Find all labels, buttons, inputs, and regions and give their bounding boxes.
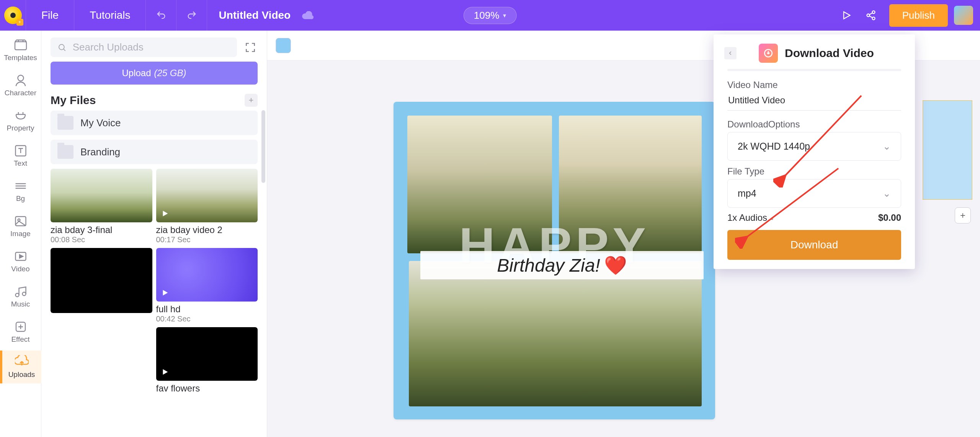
upload-item[interactable]: [51, 169, 152, 222]
rail-video[interactable]: Video: [0, 245, 41, 278]
preview-button[interactable]: [834, 0, 859, 31]
rail-property[interactable]: Property: [0, 104, 41, 137]
chevron-down-icon: ▾: [503, 12, 506, 19]
canvas-stage[interactable]: HAPPY Birthday Zia! ❤️: [394, 102, 715, 419]
rail-text[interactable]: Text: [0, 139, 41, 172]
uploads-panel: Upload (25 GB) My Files + My Voice Brand…: [41, 31, 267, 437]
rail-uploads[interactable]: Uploads: [0, 351, 41, 383]
video-name-input[interactable]: Untitled Video: [727, 93, 901, 111]
upload-item[interactable]: [156, 327, 258, 381]
canvas-label[interactable]: Birthday Zia! ❤️: [420, 251, 704, 279]
chevron-down-icon: ⌄: [769, 214, 774, 222]
search-icon: [57, 42, 67, 52]
search-input-wrap[interactable]: [51, 38, 237, 57]
project-title[interactable]: Untitled Video: [207, 9, 302, 21]
play-icon: [161, 368, 169, 376]
play-icon: [161, 209, 169, 218]
chevron-down-icon: ⌄: [883, 141, 891, 152]
folder-icon: [57, 145, 74, 159]
heart-icon: ❤️: [604, 254, 627, 276]
share-button[interactable]: [859, 0, 883, 31]
zoom-dropdown[interactable]: 109% ▾: [464, 7, 517, 24]
section-title: My Files: [51, 94, 96, 107]
tool-rail: Templates Character Property Text Bg Ima…: [0, 31, 41, 437]
rail-music[interactable]: Music: [0, 280, 41, 313]
svg-point-2: [867, 14, 869, 17]
folder-branding[interactable]: Branding: [51, 140, 258, 164]
download-button[interactable]: Download: [727, 230, 901, 260]
scrollbar[interactable]: [261, 110, 265, 183]
undo-button[interactable]: [146, 0, 176, 31]
upload-button[interactable]: Upload (25 GB): [51, 62, 258, 85]
user-avatar[interactable]: [954, 6, 973, 25]
progress-bar: [727, 69, 901, 71]
top-bar: + File Tutorials Untitled Video 109% ▾ P…: [0, 0, 980, 31]
slide-thumbnail[interactable]: [923, 100, 972, 200]
download-options-label: DownloadOptions: [727, 119, 901, 130]
modal-back-button[interactable]: [724, 47, 737, 59]
svg-marker-17: [163, 369, 168, 375]
folder-icon: [57, 116, 74, 130]
file-type-select[interactable]: mp4 ⌄: [727, 179, 901, 208]
download-options-select[interactable]: 2k WQHD 1440p ⌄: [727, 132, 901, 161]
upload-item[interactable]: [156, 248, 258, 302]
rail-effect[interactable]: Effect: [0, 315, 41, 348]
rail-character[interactable]: Character: [0, 69, 41, 102]
tutorials-menu[interactable]: Tutorials: [74, 0, 146, 31]
cloud-sync-icon: [302, 11, 314, 20]
audios-toggle[interactable]: 1x Audios ⌄: [727, 212, 774, 223]
video-name-label: Video Name: [727, 80, 901, 90]
svg-point-11: [15, 294, 19, 297]
svg-point-14: [59, 44, 64, 50]
upload-item[interactable]: [51, 248, 152, 313]
upload-item[interactable]: [156, 169, 258, 222]
file-type-label: File Type: [727, 166, 901, 177]
price-value: $0.00: [878, 212, 901, 223]
svg-point-3: [872, 17, 875, 20]
canvas-image[interactable]: [409, 261, 702, 406]
svg-marker-10: [20, 255, 23, 258]
svg-marker-15: [163, 211, 168, 217]
svg-point-5: [18, 75, 23, 81]
svg-rect-4: [15, 42, 26, 50]
svg-point-12: [22, 292, 26, 296]
play-icon: [161, 289, 169, 297]
svg-marker-0: [844, 12, 850, 19]
add-slide-button[interactable]: +: [955, 207, 971, 223]
zoom-value: 109%: [474, 10, 500, 21]
file-menu[interactable]: File: [26, 0, 74, 31]
redo-button[interactable]: [176, 0, 207, 31]
background-color-swatch[interactable]: [276, 38, 291, 53]
svg-point-1: [872, 11, 875, 13]
svg-marker-16: [163, 290, 168, 296]
chevron-down-icon: ⌄: [883, 188, 891, 199]
download-icon: [759, 44, 778, 63]
folder-my-voice[interactable]: My Voice: [51, 111, 258, 135]
search-input[interactable]: [73, 41, 230, 53]
add-folder-button[interactable]: +: [245, 94, 258, 107]
rail-templates[interactable]: Templates: [0, 34, 41, 67]
app-logo[interactable]: +: [0, 0, 26, 31]
download-video-modal: Download Video Video Name Untitled Video…: [714, 34, 915, 269]
rail-bg[interactable]: Bg: [0, 174, 41, 207]
modal-title: Download Video: [785, 47, 874, 60]
expand-panel-button[interactable]: [243, 40, 258, 55]
publish-button[interactable]: Publish: [889, 4, 948, 27]
rail-image[interactable]: Image: [0, 210, 41, 243]
